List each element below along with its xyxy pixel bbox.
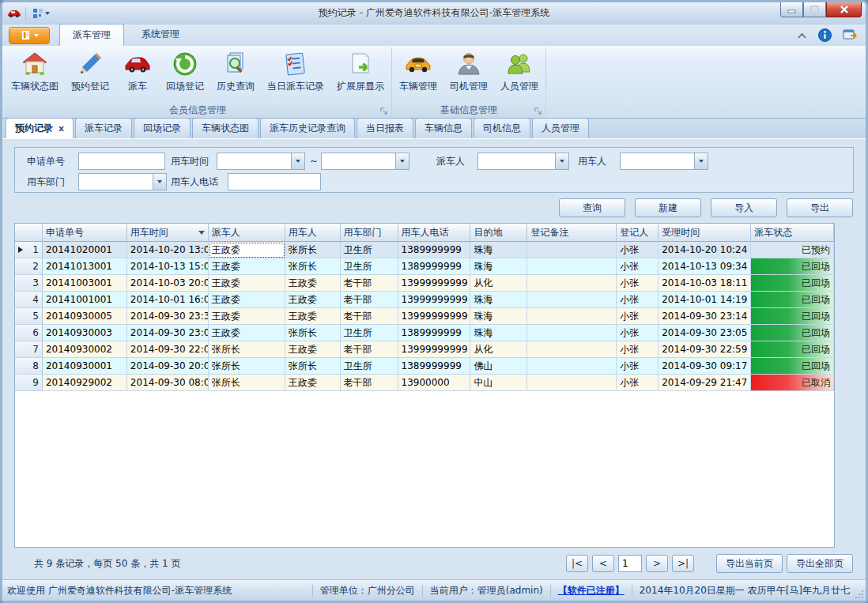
- grid-cell[interactable]: 2014-09-30 08:00: [127, 375, 209, 391]
- grid-cell[interactable]: 2014-09-30 23:05: [659, 325, 751, 341]
- document-tab-派车历史记录查询[interactable]: 派车历史记录查询: [260, 118, 355, 138]
- document-tab-回场记录[interactable]: 回场记录: [134, 118, 191, 138]
- pager-next-button[interactable]: >: [646, 555, 668, 572]
- grid-cell[interactable]: 王政委: [285, 275, 341, 292]
- grid-cell[interactable]: 1389999999: [398, 242, 471, 258]
- grid-cell[interactable]: 张所长: [285, 258, 341, 275]
- ribbon-tab-派车管理[interactable]: 派车管理: [59, 24, 124, 46]
- ribbon-button-车辆状态图[interactable]: 车辆状态图: [5, 47, 65, 103]
- use-time-to-combobox[interactable]: [321, 153, 409, 170]
- ribbon-button-当日派车记录[interactable]: 当日派车记录: [261, 47, 330, 103]
- grid-cell[interactable]: 王政委: [209, 258, 285, 275]
- grid-cell[interactable]: 20141013001: [43, 258, 127, 275]
- grid-cell[interactable]: 老干部: [341, 292, 398, 308]
- collapse-ribbon-chevron-icon[interactable]: [797, 32, 807, 39]
- table-row[interactable]: 7201409300022014-09-30 22:00张所长王政委老干部139…: [15, 341, 834, 358]
- grid-cell[interactable]: 13999999999: [398, 275, 471, 292]
- document-tab-司机信息[interactable]: 司机信息: [474, 118, 530, 138]
- grid-cell[interactable]: 1389999999: [398, 258, 471, 275]
- grid-cell[interactable]: 王政委: [285, 308, 341, 325]
- dispatch-status-cell[interactable]: 已回场: [751, 358, 834, 375]
- grid-cell[interactable]: 2014-10-03 20:00: [127, 275, 209, 292]
- application-menu-button[interactable]: [9, 27, 50, 44]
- grid-cell[interactable]: 13999999999: [398, 308, 471, 325]
- column-header-派车人[interactable]: 派车人: [209, 224, 285, 242]
- grid-cell[interactable]: 王政委: [285, 375, 341, 391]
- table-row[interactable]: 9201409290022014-09-30 08:00张所长王政委老干部139…: [15, 375, 834, 391]
- dept-combobox[interactable]: [78, 173, 167, 190]
- grid-cell[interactable]: 小张: [617, 341, 659, 358]
- dispatch-status-cell[interactable]: 已回场: [751, 292, 834, 308]
- column-header-目的地[interactable]: 目的地: [470, 224, 527, 242]
- column-header-用车时间[interactable]: 用车时间: [127, 224, 209, 242]
- ribbon-button-扩展屏显示[interactable]: 扩展屏显示: [330, 47, 391, 103]
- grid-cell[interactable]: 2014-09-30 20:00: [127, 358, 209, 375]
- dispatch-status-cell[interactable]: 已回场: [751, 325, 834, 341]
- grid-cell[interactable]: 王政委: [285, 292, 341, 308]
- grid-cell[interactable]: [527, 275, 617, 292]
- ribbon-button-回场登记[interactable]: 回场登记: [160, 47, 210, 103]
- grid-cell[interactable]: 20140929002: [43, 375, 127, 391]
- grid-cell[interactable]: 珠海: [470, 258, 527, 275]
- grid-cell[interactable]: 中山: [470, 375, 527, 391]
- dispatch-status-cell[interactable]: 已预约: [751, 242, 834, 258]
- grid-cell[interactable]: 小张: [617, 308, 659, 325]
- grid-cell[interactable]: [527, 341, 617, 358]
- ribbon-tab-系统管理[interactable]: 系统管理: [129, 24, 192, 46]
- maximize-button[interactable]: [803, 2, 826, 17]
- dispatch-status-cell[interactable]: 已回场: [751, 275, 834, 292]
- grid-cell[interactable]: 2014-09-30 23:30: [127, 308, 209, 325]
- grid-cell[interactable]: 2014-10-01 14:19: [659, 292, 751, 308]
- grid-cell[interactable]: [527, 325, 617, 341]
- grid-cell[interactable]: 2014-10-01 16:00: [127, 292, 209, 308]
- document-tab-派车记录[interactable]: 派车记录: [75, 118, 132, 138]
- ribbon-button-司机管理[interactable]: 司机管理: [443, 47, 494, 103]
- grid-cell[interactable]: [527, 242, 617, 258]
- document-tab-人员管理[interactable]: 人员管理: [532, 118, 589, 138]
- software-registered-link[interactable]: 【软件已注册】: [558, 584, 625, 597]
- grid-cell[interactable]: 2014-10-13 09:34: [659, 258, 751, 275]
- create-button[interactable]: 新建: [635, 198, 701, 217]
- grid-cell[interactable]: 王政委: [285, 341, 341, 358]
- grid-cell[interactable]: [527, 308, 617, 325]
- ribbon-button-历史查询[interactable]: 历史查询: [210, 47, 261, 103]
- export-all-pages-button[interactable]: 导出全部页: [787, 554, 853, 573]
- grid-cell[interactable]: 2014-10-20 10:24: [659, 242, 751, 258]
- grid-cell[interactable]: 13999999999: [398, 341, 471, 358]
- grid-cell[interactable]: [527, 358, 617, 375]
- grid-cell[interactable]: 13900000: [398, 375, 471, 391]
- grid-cell[interactable]: 卫生所: [341, 258, 398, 275]
- grid-cell[interactable]: [527, 258, 617, 275]
- resize-grip-icon[interactable]: [855, 590, 864, 599]
- grid-cell[interactable]: 20140930001: [43, 358, 127, 375]
- grid-cell[interactable]: 2014-09-30 23:00: [127, 325, 209, 341]
- grid-cell[interactable]: 2014-10-20 13:00: [127, 242, 209, 258]
- table-row[interactable]: 6201409300032014-09-30 23:00王政委张所长卫生所138…: [15, 325, 834, 341]
- dispatch-status-cell[interactable]: 已回场: [751, 308, 834, 325]
- grid-cell[interactable]: 2014-09-30 22:00: [127, 341, 209, 358]
- pager-prev-button[interactable]: <: [592, 555, 614, 572]
- grid-cell[interactable]: 王政委: [209, 292, 285, 308]
- grid-cell[interactable]: 张所长: [285, 358, 341, 375]
- grid-cell[interactable]: 卫生所: [341, 358, 398, 375]
- grid-cell[interactable]: [527, 375, 617, 391]
- use-time-from-combobox[interactable]: [217, 153, 305, 170]
- grid-cell[interactable]: 20141001001: [43, 292, 127, 308]
- grid-cell[interactable]: [527, 292, 617, 308]
- grid-cell[interactable]: 2014-10-03 18:11: [659, 275, 751, 292]
- grid-cell[interactable]: 王政委: [209, 242, 285, 258]
- grid-cell[interactable]: 小张: [617, 258, 659, 275]
- grid-cell[interactable]: 从化: [470, 275, 527, 292]
- pager-last-button[interactable]: >|: [672, 555, 694, 572]
- grid-cell[interactable]: 小张: [617, 242, 659, 258]
- grid-cell[interactable]: 卫生所: [341, 325, 398, 341]
- dispatch-status-cell[interactable]: 已回场: [751, 258, 834, 275]
- grid-cell[interactable]: 2014-09-30 22:59: [659, 341, 751, 358]
- dispatch-status-cell[interactable]: 已回场: [751, 341, 834, 358]
- apply-no-input[interactable]: [78, 153, 165, 170]
- grid-cell[interactable]: 2014-09-30 09:17: [659, 358, 751, 375]
- grid-cell[interactable]: 20140930005: [43, 308, 127, 325]
- skin-style-icon[interactable]: [843, 28, 858, 42]
- table-row[interactable]: 4201410010012014-10-01 16:00王政委王政委老干部139…: [15, 292, 834, 308]
- ribbon-button-车辆管理[interactable]: 车辆管理: [393, 47, 443, 103]
